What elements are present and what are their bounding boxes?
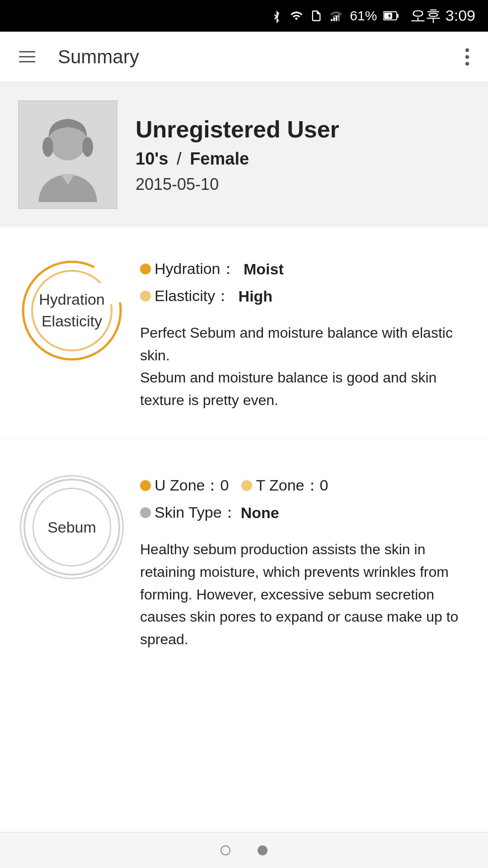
hydration-dot bbox=[140, 264, 151, 274]
profile-gender: Female bbox=[190, 149, 249, 168]
file-icon bbox=[310, 9, 323, 23]
skintype-label: Skin Type： bbox=[155, 502, 237, 523]
sebum-uzone-tzone-row: U Zone：0 T Zone：0 bbox=[140, 475, 468, 496]
bottom-navigation bbox=[0, 832, 488, 868]
svg-point-8 bbox=[42, 137, 53, 157]
profile-name: Unregistered User bbox=[136, 116, 339, 143]
sebum-section: Sebum U Zone：0 T Zone：0 Skin Type： None bbox=[0, 453, 488, 678]
hydration-description: Perfect Sebum and moisture balance with … bbox=[140, 322, 468, 411]
sebum-details: U Zone：0 T Zone：0 Skin Type： None Health… bbox=[140, 475, 468, 651]
skintype-dot bbox=[140, 507, 151, 518]
profile-age-gender: 10's / Female bbox=[136, 149, 339, 169]
svg-rect-5 bbox=[397, 14, 399, 18]
elasticity-metric-row: Elasticity： High bbox=[140, 286, 468, 307]
profile-info: Unregistered User 10's / Female 2015-05-… bbox=[136, 116, 339, 194]
skintype-metric-row: Skin Type： None bbox=[140, 502, 468, 523]
profile-date: 2015-05-10 bbox=[136, 175, 339, 194]
hydration-details: Hydration： Moist Elasticity： High Perfec… bbox=[140, 259, 468, 411]
svg-rect-6 bbox=[384, 13, 392, 19]
svg-rect-1 bbox=[333, 18, 335, 21]
avatar bbox=[18, 100, 117, 209]
elasticity-label: Elasticity： bbox=[155, 286, 235, 307]
wifi-icon bbox=[289, 9, 304, 22]
nav-dot-2[interactable] bbox=[258, 845, 267, 855]
elasticity-dot bbox=[140, 291, 151, 302]
hydration-label: Hydration： bbox=[155, 259, 240, 279]
sebum-circle: Sebum bbox=[20, 475, 124, 579]
svg-rect-2 bbox=[336, 16, 338, 21]
slash-divider: / bbox=[177, 149, 186, 168]
tzone-dot bbox=[241, 480, 252, 491]
bluetooth-icon bbox=[270, 9, 283, 23]
svg-rect-3 bbox=[338, 14, 340, 21]
sebum-circle-label: Sebum bbox=[47, 517, 96, 538]
status-bar: 61% 오후 3:09 bbox=[0, 0, 488, 32]
uzone-dot bbox=[140, 480, 151, 491]
app-bar: Summary bbox=[0, 32, 488, 82]
tzone-text: T Zone：0 bbox=[256, 475, 328, 496]
profile-age: 10's bbox=[136, 149, 168, 168]
sebum-description: Healthy sebum production assists the ski… bbox=[140, 538, 468, 651]
menu-button[interactable] bbox=[14, 47, 40, 67]
svg-rect-0 bbox=[331, 19, 333, 21]
svg-point-9 bbox=[82, 137, 93, 157]
signal-icon bbox=[329, 9, 343, 22]
page-title: Summary bbox=[58, 46, 461, 68]
skintype-value: None bbox=[241, 504, 279, 522]
hydration-circle-label: Hydration Elasticity bbox=[39, 289, 105, 332]
battery-icon bbox=[383, 11, 399, 21]
nav-dot-1[interactable] bbox=[221, 845, 230, 855]
uzone-text: U Zone：0 bbox=[155, 475, 229, 496]
hydration-value: Moist bbox=[244, 260, 284, 278]
profile-section: Unregistered User 10's / Female 2015-05-… bbox=[0, 82, 488, 227]
elasticity-value: High bbox=[239, 288, 273, 305]
hydration-circle: Hydration Elasticity bbox=[20, 259, 124, 363]
more-options-button[interactable] bbox=[461, 44, 474, 70]
hydration-section: Hydration Elasticity Hydration： Moist El… bbox=[0, 236, 488, 439]
status-time: 오후 3:09 bbox=[410, 5, 475, 26]
hydration-metric-row: Hydration： Moist bbox=[140, 259, 468, 279]
battery-percent: 61% bbox=[350, 8, 377, 24]
